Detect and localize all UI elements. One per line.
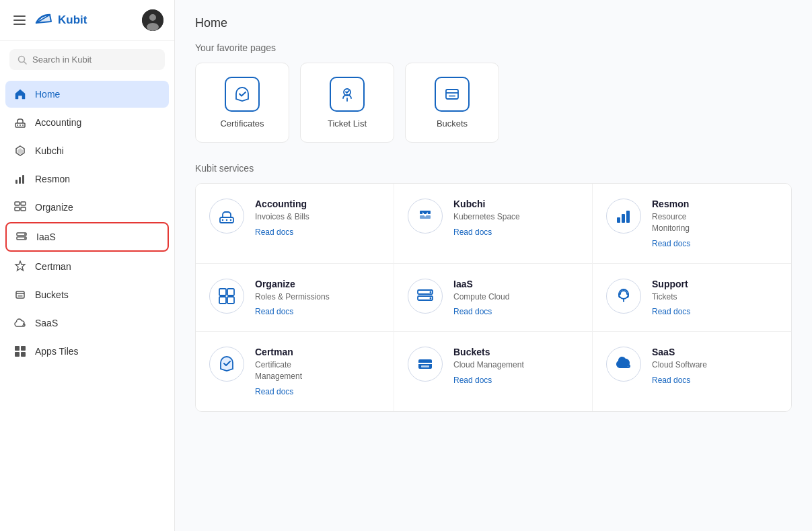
search-input[interactable] — [32, 55, 157, 65]
sidebar: Kubit Home — [0, 0, 175, 531]
svg-rect-17 — [21, 207, 26, 211]
organize-read-docs[interactable]: Read docs — [255, 307, 330, 316]
accounting-icon — [13, 116, 27, 129]
svg-point-21 — [24, 238, 26, 239]
sidebar-item-label: SaaS — [35, 318, 58, 328]
iaas-service-icon — [408, 279, 443, 314]
service-sub: Cloud Software — [652, 359, 707, 371]
support-service-info: Support Tickets Read docs — [652, 279, 690, 317]
svg-rect-44 — [227, 289, 234, 295]
certman-service-icon — [209, 347, 244, 382]
support-service-icon — [606, 279, 641, 314]
kubchi-read-docs[interactable]: Read docs — [453, 227, 520, 237]
buckets-icon — [13, 288, 27, 302]
svg-rect-16 — [15, 207, 20, 211]
saas-service-icon — [606, 347, 641, 382]
sidebar-item-accounting[interactable]: Accounting — [5, 109, 169, 136]
sidebar-item-buckets[interactable]: Buckets — [5, 281, 169, 308]
svg-rect-45 — [219, 297, 226, 304]
service-name: Support — [652, 279, 690, 289]
sidebar-header: Kubit — [0, 0, 174, 41]
svg-rect-13 — [22, 175, 24, 184]
service-name: Buckets — [453, 347, 524, 357]
resmon-service-icon — [606, 199, 641, 234]
favorites-row: Certificates Ticket List — [195, 63, 792, 143]
user-avatar[interactable] — [142, 9, 163, 31]
favorites-section-title: Your favorite pages — [195, 42, 792, 53]
buckets-fav-icon — [435, 77, 470, 112]
resmon-read-docs[interactable]: Read docs — [652, 239, 690, 248]
service-card-buckets[interactable]: Buckets Cloud Management Read docs — [394, 332, 593, 411]
service-sub: CertificateManagement — [255, 359, 302, 382]
svg-rect-46 — [227, 297, 234, 304]
saas-icon — [13, 316, 27, 330]
svg-rect-26 — [21, 346, 26, 351]
service-card-resmon[interactable]: Resmon ResourceMonitoring Read docs — [593, 184, 791, 264]
service-name: Organize — [255, 279, 330, 289]
main-content: Home Your favorite pages Certificates — [175, 0, 812, 531]
sidebar-item-iaas[interactable]: IaaS — [5, 222, 169, 252]
svg-rect-43 — [219, 289, 226, 295]
iaas-read-docs[interactable]: Read docs — [453, 307, 509, 316]
service-card-organize[interactable]: Organize Roles & Permissions Read docs — [196, 264, 394, 332]
service-sub: Invoices & Bills — [255, 211, 309, 223]
svg-rect-40 — [617, 217, 620, 223]
svg-line-4 — [24, 61, 27, 64]
svg-point-2 — [147, 23, 159, 31]
saas-read-docs[interactable]: Read docs — [652, 376, 707, 385]
svg-rect-12 — [19, 177, 21, 184]
accounting-read-docs[interactable]: Read docs — [255, 227, 309, 237]
home-icon — [13, 87, 27, 101]
services-section-title: Kubit services — [195, 163, 792, 174]
iaas-service-info: IaaS Compute Cloud Read docs — [453, 279, 509, 317]
certificates-fav-icon — [225, 77, 260, 112]
svg-point-1 — [149, 14, 156, 21]
svg-marker-10 — [17, 148, 23, 154]
svg-rect-33 — [449, 95, 455, 97]
certman-read-docs[interactable]: Read docs — [255, 387, 302, 396]
sidebar-item-saas[interactable]: SaaS — [5, 310, 169, 337]
buckets-service-icon — [408, 347, 443, 382]
svg-rect-38 — [420, 211, 431, 214]
service-card-support[interactable]: Support Tickets Read docs — [593, 264, 791, 332]
service-card-iaas[interactable]: IaaS Compute Cloud Read docs — [394, 264, 593, 332]
search-box[interactable] — [9, 49, 165, 70]
service-sub: Roles & Permissions — [255, 291, 330, 303]
kubchi-service-icon — [408, 199, 443, 234]
service-sub: Compute Cloud — [453, 291, 509, 303]
sidebar-item-home[interactable]: Home — [5, 81, 169, 108]
service-card-kubchi[interactable]: Kubchi Kubernetes Space Read docs — [394, 184, 593, 264]
service-card-accounting[interactable]: Accounting Invoices & Bills Read docs — [196, 184, 394, 264]
fav-card-certificates[interactable]: Certificates — [195, 63, 289, 143]
resmon-service-info: Resmon ResourceMonitoring Read docs — [652, 199, 690, 248]
svg-point-50 — [430, 297, 432, 299]
certman-service-info: Certman CertificateManagement Read docs — [255, 347, 302, 396]
sidebar-item-label: Buckets — [35, 289, 69, 300]
sidebar-item-organize[interactable]: Organize — [5, 194, 169, 221]
hamburger-menu[interactable] — [11, 13, 28, 28]
resmon-icon — [13, 172, 27, 186]
fav-card-ticket-list[interactable]: Ticket List — [300, 63, 394, 143]
service-name: IaaS — [453, 279, 509, 289]
service-card-saas[interactable]: SaaS Cloud Software Read docs — [593, 332, 791, 411]
service-name: Accounting — [255, 199, 309, 209]
sidebar-item-label: Kubchi — [35, 145, 64, 156]
service-name: SaaS — [652, 347, 707, 357]
svg-point-49 — [430, 291, 432, 293]
sidebar-item-label: Home — [35, 89, 60, 100]
service-sub: Kubernetes Space — [453, 211, 520, 223]
sidebar-item-certman[interactable]: Certman — [5, 253, 169, 280]
fav-card-buckets[interactable]: Buckets — [405, 63, 499, 143]
sidebar-item-resmon[interactable]: Resmon — [5, 166, 169, 192]
logo-area: Kubit — [35, 12, 135, 29]
sidebar-item-kubchi[interactable]: Kubchi — [5, 137, 169, 164]
buckets-read-docs[interactable]: Read docs — [453, 376, 524, 385]
sidebar-item-apps-tiles[interactable]: Apps Tiles — [5, 338, 169, 365]
sidebar-item-label: Organize — [35, 202, 73, 213]
services-grid: Accounting Invoices & Bills Read docs Ku… — [195, 183, 792, 412]
organize-service-info: Organize Roles & Permissions Read docs — [255, 279, 330, 317]
service-card-certman[interactable]: Certman CertificateManagement Read docs — [196, 332, 394, 411]
kubchi-icon — [13, 144, 27, 157]
svg-point-20 — [24, 234, 26, 235]
support-read-docs[interactable]: Read docs — [652, 307, 690, 316]
